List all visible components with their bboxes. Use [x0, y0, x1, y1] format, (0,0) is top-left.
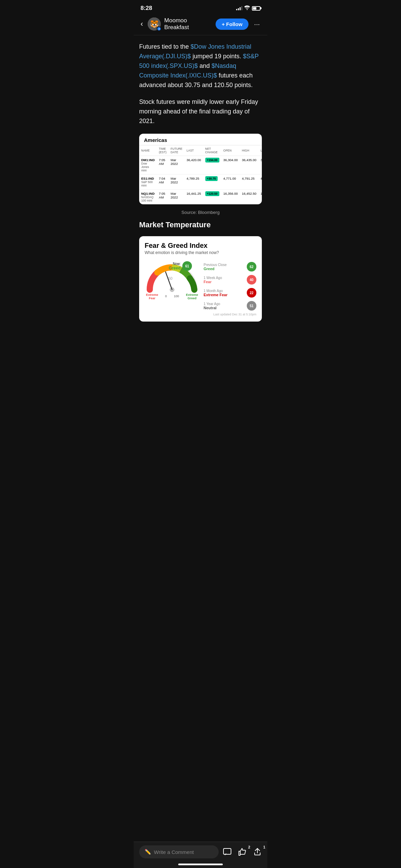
- cell-change: +120.50: [203, 190, 221, 205]
- cell-time: 7:04 AM: [157, 174, 169, 190]
- fg-now-badge: 61: [182, 261, 192, 271]
- fg-gauge-section: Now: Greed 61: [145, 261, 199, 311]
- fg-stat-period: 1 Year Ago: [204, 302, 220, 306]
- battery-icon: [252, 6, 260, 11]
- fg-content: Now: Greed 61: [145, 261, 256, 311]
- fg-stat-sentiment: Neutral: [204, 306, 220, 310]
- cell-ticker: ES1:IND S&P 500 mini: [139, 174, 157, 190]
- cell-low: 36,294.00: [258, 156, 262, 174]
- article-text-2: jumped 19 points.: [191, 53, 243, 60]
- fg-now-sentiment: Greed: [169, 266, 181, 270]
- fg-stat-value: 62: [247, 262, 256, 272]
- fg-stat-row: 1 Year Ago Neutral 51: [204, 301, 256, 311]
- article-paragraph-1: Futures tied to the $Dow Jones Industria…: [139, 42, 262, 90]
- fg-stat-info: 1 Week Ago Fear: [204, 276, 222, 284]
- table-row: ES1:IND S&P 500 mini 7:04 AM Mar 2022 4,…: [139, 174, 262, 190]
- article-text-3: and: [198, 62, 211, 69]
- signal-icon: [236, 6, 242, 10]
- avatar-badge: f: [157, 26, 161, 31]
- cell-ticker: DM1:IND Dow Jones mini: [139, 156, 157, 174]
- fg-stat-info: 1 Month Ago Extreme Fear: [204, 289, 228, 297]
- fg-updated: Last updated Dec 31 at 5:10pm: [145, 313, 256, 316]
- fg-stat-sentiment: Extreme Fear: [204, 293, 228, 297]
- fg-stat-period: 1 Month Ago: [204, 289, 228, 293]
- fg-stat-value: 51: [247, 301, 256, 311]
- more-button[interactable]: ···: [252, 19, 262, 29]
- cell-future: Mar 2022: [169, 174, 184, 190]
- col-name: NAME: [139, 145, 157, 156]
- cell-open: 4,771.00: [221, 174, 240, 190]
- gauge-label-100: 100: [174, 294, 179, 300]
- wifi-icon: [244, 5, 250, 11]
- fg-stat-row: Previous Close Greed 62: [204, 262, 256, 272]
- status-time: 8:28: [141, 5, 152, 12]
- fg-title: Fear & Greed Index: [145, 242, 256, 250]
- col-low: LOW: [258, 145, 262, 156]
- bloomberg-card: Americas NAME TIME (EST) FUTURE DATE LAS…: [139, 134, 262, 204]
- gauge-label-extreme-fear: Extreme Fear: [146, 293, 158, 300]
- header: ‹ 🐯 f Moomoo Breakfast + Follow ···: [134, 14, 267, 35]
- cell-time: 7:05 AM: [157, 156, 169, 174]
- fg-stat-value: 40: [247, 275, 256, 285]
- col-high: HIGH: [240, 145, 258, 156]
- fear-greed-card: Fear & Greed Index What emotion is drivi…: [139, 236, 262, 322]
- fg-gauge: Now: Greed 61: [145, 261, 199, 291]
- col-open: OPEN: [221, 145, 240, 156]
- fg-stat-sentiment: Greed: [204, 267, 227, 271]
- cell-future: Mar 2022: [169, 190, 184, 205]
- fg-stat-value: 22: [247, 288, 256, 298]
- col-last: LAST: [184, 145, 203, 156]
- bloomberg-table: NAME TIME (EST) FUTURE DATE LAST NET CHA…: [139, 145, 262, 204]
- cell-time: 7:05 AM: [157, 190, 169, 205]
- cell-low: 16,356.00: [258, 190, 262, 205]
- cell-open: 36,304.00: [221, 156, 240, 174]
- fg-stat-period: Previous Close: [204, 263, 227, 267]
- cell-future: Mar 2022: [169, 156, 184, 174]
- col-future: FUTURE DATE: [169, 145, 184, 156]
- bloomberg-region: Americas: [139, 134, 262, 145]
- fg-stats-section: Previous Close Greed 62 1 Week Ago Fear …: [204, 261, 256, 311]
- status-icons: [236, 5, 260, 11]
- fg-subtitle: What emotion is driving the market now?: [145, 250, 256, 255]
- back-button[interactable]: ‹: [139, 18, 144, 30]
- cell-ticker: NQ1:IND NASDAQ 100 mini: [139, 190, 157, 205]
- fg-now-label: Now:: [169, 262, 181, 266]
- fg-stat-info: Previous Close Greed: [204, 263, 227, 271]
- table-row: NQ1:IND NASDAQ 100 mini 7:05 AM Mar 2022…: [139, 190, 262, 205]
- cell-last: 4,789.25: [184, 174, 203, 190]
- market-temp-title: Market Temperature: [139, 220, 262, 229]
- cell-change: +30.75: [203, 174, 221, 190]
- gauge-label-0: 0: [165, 294, 167, 300]
- avatar-container: 🐯 f: [148, 17, 161, 31]
- cell-high: 16,452.50: [240, 190, 258, 205]
- fg-stat-row: 1 Week Ago Fear 40: [204, 275, 256, 285]
- gauge-label-extreme-greed: Extreme Greed: [186, 293, 198, 300]
- cell-change: +194.00: [203, 156, 221, 174]
- fg-stat-row: 1 Month Ago Extreme Fear 22: [204, 288, 256, 298]
- fg-stat-sentiment: Fear: [204, 280, 222, 284]
- article-text-intro: Futures tied to the: [139, 43, 191, 50]
- cell-last: 16,441.25: [184, 190, 203, 205]
- cell-high: 4,791.25: [240, 174, 258, 190]
- col-time: TIME (EST): [157, 145, 169, 156]
- fg-stat-period: 1 Week Ago: [204, 276, 222, 280]
- cell-high: 36,435.00: [240, 156, 258, 174]
- table-row: DM1:IND Dow Jones mini 7:05 AM Mar 2022 …: [139, 156, 262, 174]
- cell-low: 4,770.75: [258, 174, 262, 190]
- status-bar: 8:28: [134, 0, 267, 14]
- fg-stat-info: 1 Year Ago Neutral: [204, 302, 220, 310]
- follow-button[interactable]: + Follow: [216, 19, 248, 30]
- cell-open: 16,356.00: [221, 190, 240, 205]
- cell-last: 36,420.00: [184, 156, 203, 174]
- main-content: Futures tied to the $Dow Jones Industria…: [134, 35, 267, 356]
- header-title: Moomoo Breakfast: [164, 17, 212, 31]
- col-change: NET CHANGE: [203, 145, 221, 156]
- bloomberg-source: Source: Bloomberg: [139, 207, 262, 220]
- gauge-labels: Extreme Fear 0 100 Extreme Greed: [145, 293, 199, 300]
- article-paragraph-2: Stock futures were mildly lower early Fr…: [139, 97, 262, 126]
- svg-line-4: [166, 272, 172, 290]
